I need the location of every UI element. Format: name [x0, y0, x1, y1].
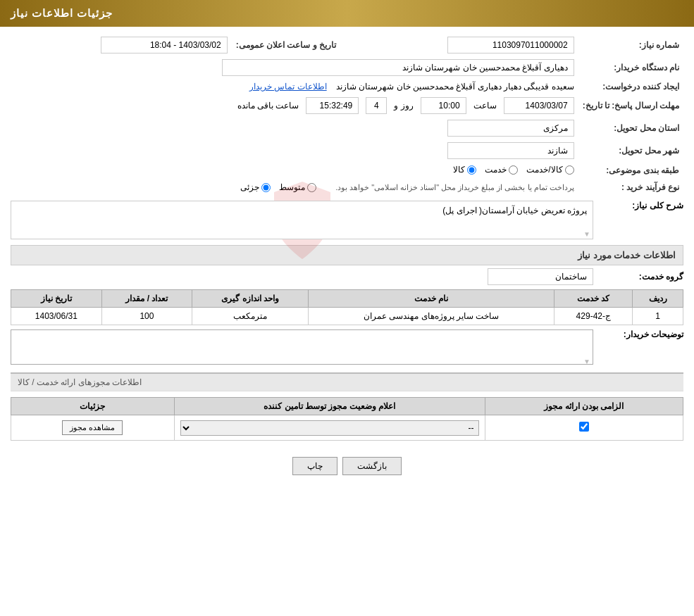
province-label: استان محل تحویل:	[578, 117, 683, 139]
buyer-notes-section: توضیحات خریدار: ▼	[11, 329, 683, 367]
col-header-code: کد خدمت	[554, 290, 633, 308]
col-header-count: تعداد / مقدار	[101, 290, 192, 308]
perm-required-checkbox[interactable]	[579, 422, 589, 432]
notes-resize-handle: ▼	[583, 358, 590, 365]
reply-days: 4	[366, 97, 387, 114]
print-button[interactable]: چاپ	[292, 457, 337, 475]
process-label-medium: متوسط	[279, 182, 305, 192]
category-radio-group: کالا/خدمت خدمت کالا	[453, 165, 574, 175]
cell-name: ساخت سایر پروژه‌های مهندسی عمران	[308, 308, 554, 325]
permissions-table: الزامی بودن ارائه مجوز اعلام وضعیت مجوز …	[11, 397, 683, 441]
process-label: نوع فرآیند خرید :	[578, 180, 683, 196]
back-button[interactable]: بازگشت	[342, 457, 402, 475]
perm-details-cell: مشاهده مجوز	[11, 415, 175, 441]
reply-date: 1403/03/07	[504, 97, 574, 114]
category-option-khedmat: خدمت	[485, 165, 518, 175]
category-label-khedmat: خدمت	[485, 165, 507, 175]
city-label: شهر محل تحویل:	[578, 139, 683, 162]
service-group-value: ساختمان	[488, 268, 593, 285]
date-label: تاریخ و ساعت اعلان عمومی:	[232, 34, 357, 56]
reply-remaining-label: ساعت باقی مانده	[237, 101, 299, 111]
process-radio-group: پرداخت تمام یا بخشی از مبلغ خریداز محل "…	[240, 182, 574, 192]
perm-status-select[interactable]: --	[180, 420, 479, 436]
resize-handle: ▼	[583, 230, 590, 238]
cell-unit: مترمکعب	[192, 308, 309, 325]
process-radio-medium[interactable]	[307, 183, 316, 192]
reply-time: 10:00	[421, 97, 466, 114]
process-label-partial: جزئی	[240, 182, 259, 192]
description-container: ANA پروژه تعریض خیابان آرامستان( اجرای پ…	[11, 201, 593, 239]
reply-time-label: ساعت	[473, 101, 497, 111]
date-value: 1403/03/02 - 18:04	[101, 37, 228, 54]
view-perm-button[interactable]: مشاهده مجوز	[62, 420, 123, 435]
perm-row: -- مشاهده مجوز	[11, 415, 683, 441]
category-label-kala-khedmat: کالا/خدمت	[526, 165, 562, 175]
province-value: مرکزی	[447, 120, 574, 137]
cell-date: 1403/06/31	[11, 308, 102, 325]
perm-col-status: اعلام وضعیت مجوز توسط تامین کننده	[174, 398, 485, 415]
category-label-kala: کالا	[453, 165, 465, 175]
cell-code: ج-42-429	[554, 308, 633, 325]
cell-row: 1	[633, 308, 683, 325]
description-label: شرح کلی نیاز:	[599, 201, 683, 210]
col-header-unit: واحد اندازه گیری	[192, 290, 309, 308]
buyer-name-label: نام دستگاه خریدار:	[578, 56, 683, 79]
service-info-header: اطلاعات خدمات مورد نیاز	[11, 245, 683, 265]
category-radio-khedmat[interactable]	[509, 165, 518, 175]
perm-required-cell	[485, 415, 683, 441]
perm-col-details: جزئیات	[11, 398, 175, 415]
category-label: طبقه بندی موضوعی:	[578, 162, 683, 180]
category-option-kala: کالا	[453, 165, 476, 175]
col-header-row: ردیف	[633, 290, 683, 308]
creator-value: سعیده قدیبگی دهیار دهیاری آقبلاغ محمدحسی…	[336, 82, 574, 92]
page-title: جزئیات اطلاعات نیاز	[11, 7, 113, 19]
process-radio-partial[interactable]	[261, 183, 271, 192]
service-group-label: گروه خدمت:	[599, 272, 683, 282]
service-data-table: ردیف کد خدمت نام خدمت واحد اندازه گیری ت…	[11, 289, 683, 325]
description-section: شرح کلی نیاز: ANA پروژه تعریض خیابان آرا…	[11, 201, 683, 239]
process-note: پرداخت تمام یا بخشی از مبلغ خریداز محل "…	[335, 183, 574, 192]
need-number-label: شماره نیاز:	[578, 34, 683, 56]
buyer-notes-container: ▼	[11, 329, 593, 367]
main-info-table: شماره نیاز: 1103097011000002 تاریخ و ساع…	[11, 34, 683, 195]
creator-label: ایجاد کننده درخواست:	[578, 79, 683, 94]
reply-remaining: 15:32:49	[306, 97, 359, 114]
buyer-name-value: دهیاری آقبلاغ محمدحسین خان شهرستان شازند	[222, 59, 574, 76]
perm-col-required: الزامی بودن ارائه مجوز	[485, 398, 683, 415]
perm-status-cell: --	[174, 415, 485, 441]
description-value: پروژه تعریض خیابان آرامستان( اجرای پل)	[442, 206, 587, 215]
table-row: 1 ج-42-429 ساخت سایر پروژه‌های مهندسی عم…	[11, 308, 683, 325]
col-header-date: تاریخ نیاز	[11, 290, 102, 308]
category-option-kala-khedmat: کالا/خدمت	[526, 165, 574, 175]
description-box: پروژه تعریض خیابان آرامستان( اجرای پل)	[11, 201, 593, 239]
need-number-value: 1103097011000002	[447, 37, 574, 54]
buyer-notes-textarea[interactable]	[11, 329, 593, 365]
service-group-row: گروه خدمت: ساختمان	[11, 268, 683, 285]
reply-deadline-label: مهلت ارسال پاسخ: تا تاریخ:	[578, 94, 683, 117]
cell-count: 100	[101, 308, 192, 325]
city-value: شازند	[447, 142, 574, 159]
col-header-name: نام خدمت	[308, 290, 554, 308]
permissions-divider: اطلاعات مجوزهای ارائه خدمت / کالا	[11, 372, 683, 391]
permissions-section-label: اطلاعات مجوزهای ارائه خدمت / کالا	[18, 377, 142, 387]
contact-link[interactable]: اطلاعات تماس خریدار	[249, 82, 327, 92]
buyer-notes-label: توضیحات خریدار:	[599, 329, 683, 339]
process-option-medium: متوسط	[279, 182, 316, 192]
reply-days-label: روز و	[394, 101, 413, 111]
page-header: جزئیات اطلاعات نیاز	[0, 0, 694, 27]
process-option-partial: جزئی	[240, 182, 271, 192]
category-radio-kala[interactable]	[467, 165, 476, 175]
bottom-buttons: بازگشت چاپ	[11, 445, 683, 487]
category-radio-kala-khedmat[interactable]	[565, 165, 574, 175]
